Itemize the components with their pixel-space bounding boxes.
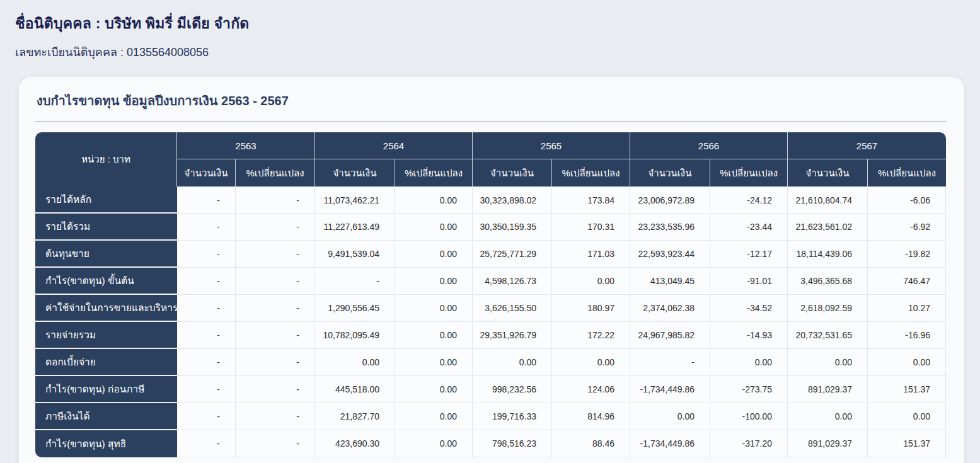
percent-change-cell: -	[236, 349, 315, 376]
percent-change-cell: -6.92	[868, 214, 946, 241]
table-row: ดอกเบี้ยจ่าย--0.000.000.000.00-0.000.000…	[35, 349, 946, 376]
amount-cell: -	[177, 214, 236, 241]
amount-cell: 2,618,092.59	[788, 295, 868, 322]
percent-change-cell: 124.06	[552, 376, 630, 403]
year-header: 2563	[177, 132, 315, 159]
amount-cell: 3,496,365.68	[788, 268, 868, 295]
percent-change-header: %เปลี่ยนแปลง	[710, 159, 788, 186]
amount-cell: 23,233,535.96	[630, 214, 710, 241]
registration-number: เลขทะเบียนนิติบุคคล : 0135564008056	[15, 43, 980, 61]
amount-cell: -	[177, 376, 236, 403]
percent-change-header: %เปลี่ยนแปลง	[236, 159, 315, 186]
amount-cell: 30,350,159.35	[473, 214, 552, 241]
percent-change-cell: -	[236, 295, 315, 322]
amount-cell: -	[177, 241, 236, 268]
amount-cell: 23,006,972.89	[630, 186, 710, 214]
amount-cell: 21,827.70	[315, 403, 395, 430]
amount-header: จำนวนเงิน	[315, 159, 395, 186]
percent-change-cell: -19.82	[868, 241, 946, 268]
amount-cell: -	[177, 322, 236, 349]
amount-cell: 20,732,531.65	[788, 322, 868, 349]
percent-change-cell: 0.00	[868, 349, 946, 376]
amount-cell: 1,290,556.45	[315, 295, 395, 322]
amount-cell: 445,518.00	[315, 376, 395, 403]
percent-change-cell: 173.84	[552, 186, 630, 214]
percent-change-cell: -	[236, 268, 315, 295]
amount-cell: 11,073,462.21	[315, 186, 395, 214]
percent-change-cell: 0.00	[395, 214, 473, 241]
amount-cell: 18,114,439.06	[788, 241, 868, 268]
percent-change-cell: -273.75	[710, 376, 788, 403]
amount-cell: -	[177, 295, 236, 322]
percent-change-cell: 0.00	[395, 403, 473, 430]
amount-cell: 29,351,926.79	[473, 322, 552, 349]
percent-change-cell: -	[236, 376, 315, 403]
percent-change-cell: 0.00	[395, 376, 473, 403]
percent-change-cell: -24.12	[710, 186, 788, 214]
amount-header: จำนวนเงิน	[630, 159, 710, 186]
amount-cell: -	[177, 349, 236, 376]
amount-cell: 22,593,923.44	[630, 241, 710, 268]
amount-cell: -	[177, 268, 236, 295]
percent-change-cell: 814.96	[552, 403, 630, 430]
percent-change-cell: -	[236, 186, 315, 214]
percent-change-cell: 0.00	[395, 268, 473, 295]
percent-change-cell: 170.31	[552, 214, 630, 241]
amount-cell: 423,690.30	[315, 430, 395, 457]
unit-header: หน่วย : บาท	[35, 132, 177, 186]
page-header: ชื่อนิติบุคคล : บริษัท พิมรี่ มีเดีย จำก…	[0, 0, 980, 61]
row-label: รายจ่ายรวม	[35, 322, 177, 349]
amount-cell: 21,623,561.02	[788, 214, 868, 241]
percent-change-cell: 0.00	[552, 268, 630, 295]
amount-cell: 2,374,062.38	[630, 295, 710, 322]
table-row: รายได้รวม--11,227,613.490.0030,350,159.3…	[35, 214, 946, 241]
percent-change-cell: 151.37	[868, 430, 946, 457]
amount-cell: 891,029.37	[788, 376, 868, 403]
percent-change-cell: 88.46	[552, 430, 630, 457]
percent-change-cell: 171.03	[552, 241, 630, 268]
profit-loss-table: หน่วย : บาท25632564256525662567จำนวนเงิน…	[35, 132, 946, 457]
company-title: ชื่อนิติบุคคล : บริษัท พิมรี่ มีเดีย จำก…	[15, 12, 980, 35]
amount-cell: -	[177, 403, 236, 430]
percent-change-cell: -	[236, 430, 315, 457]
percent-change-cell: 0.00	[395, 186, 473, 214]
percent-change-cell: 0.00	[395, 295, 473, 322]
percent-change-cell: 0.00	[395, 322, 473, 349]
table-row: ภาษีเงินได้--21,827.700.00199,716.33814.…	[35, 403, 946, 430]
table-row: รายได้หลัก--11,073,462.210.0030,323,898.…	[35, 186, 946, 214]
percent-change-cell: 746.47	[868, 268, 946, 295]
percent-change-cell: -12.17	[710, 241, 788, 268]
percent-change-cell: 151.37	[868, 376, 946, 403]
row-label: ดอกเบี้ยจ่าย	[35, 349, 177, 376]
percent-change-cell: -34.52	[710, 295, 788, 322]
financial-statement-card: งบกำไรขาดทุน ข้อมูลปีงบการเงิน 2563 - 25…	[19, 77, 964, 463]
row-label: ต้นทุนขาย	[35, 241, 177, 268]
percent-change-cell: -14.93	[710, 322, 788, 349]
percent-change-cell: -317.20	[710, 430, 788, 457]
row-label: ค่าใช้จ่ายในการขายและบริหาร	[35, 295, 177, 322]
table-row: ค่าใช้จ่ายในการขายและบริหาร--1,290,556.4…	[35, 295, 946, 322]
amount-cell: -	[177, 186, 236, 214]
amount-header: จำนวนเงิน	[788, 159, 868, 186]
percent-change-cell: -	[236, 322, 315, 349]
percent-change-cell: -16.96	[868, 322, 946, 349]
percent-change-cell: 0.00	[395, 430, 473, 457]
percent-change-cell: 172.22	[552, 322, 630, 349]
amount-cell: 0.00	[788, 349, 868, 376]
percent-change-cell: -100.00	[710, 403, 788, 430]
year-header: 2564	[315, 132, 473, 159]
amount-cell: -	[630, 349, 710, 376]
table-row: กำไร(ขาดทุน) สุทธิ--423,690.300.00798,51…	[35, 430, 946, 457]
amount-cell: 0.00	[315, 349, 395, 376]
amount-cell: 798,516.23	[473, 430, 552, 457]
percent-change-cell: 0.00	[395, 349, 473, 376]
amount-cell: 10,782,095.49	[315, 322, 395, 349]
card-divider	[35, 121, 947, 122]
amount-cell: 30,323,898.02	[473, 186, 552, 214]
percent-change-cell: -6.06	[868, 186, 946, 214]
row-label: กำไร(ขาดทุน) ก่อนภาษี	[35, 376, 177, 403]
percent-change-cell: -	[236, 214, 315, 241]
row-label: กำไร(ขาดทุน) สุทธิ	[35, 430, 177, 457]
amount-cell: 24,967,985.82	[630, 322, 710, 349]
percent-change-cell: 0.00	[552, 349, 630, 376]
